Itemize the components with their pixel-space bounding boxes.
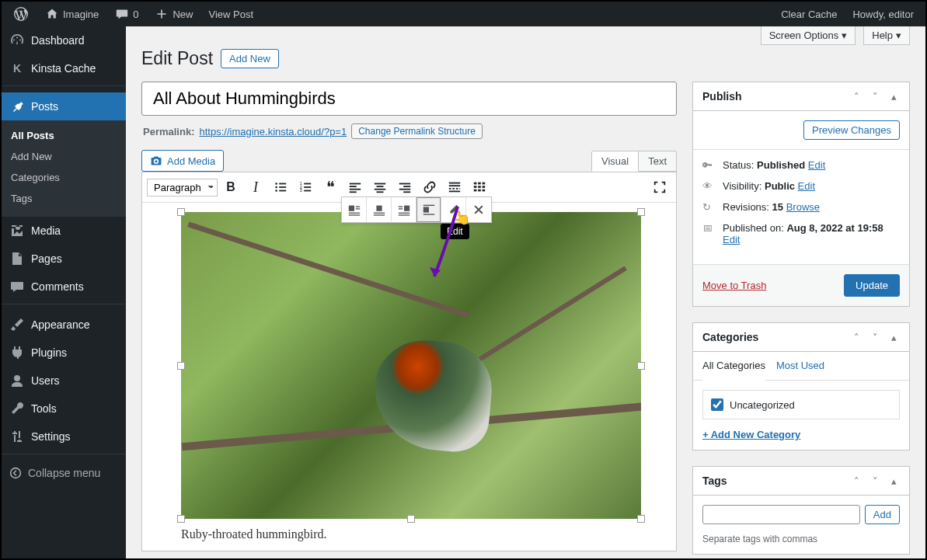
update-button[interactable]: Update — [844, 274, 900, 297]
toggle-icon[interactable]: ▴ — [887, 475, 900, 487]
resize-handle[interactable] — [177, 362, 185, 370]
sidebar-label: Plugins — [31, 346, 67, 359]
help-button[interactable]: Help ▾ — [863, 26, 910, 45]
post-image[interactable] — [181, 212, 641, 519]
add-media-button[interactable]: Add Media — [141, 150, 224, 172]
preview-changes-button[interactable]: Preview Changes — [803, 120, 900, 140]
user-icon — [9, 373, 25, 388]
sidebar-item-users[interactable]: Users — [2, 367, 126, 395]
resize-handle[interactable] — [637, 515, 645, 523]
toolbar-toggle-button[interactable] — [468, 176, 491, 199]
add-new-category-link[interactable]: + Add New Category — [702, 429, 800, 440]
fullscreen-button[interactable] — [648, 176, 671, 199]
svg-rect-52 — [423, 214, 434, 214]
move-up-icon[interactable]: ˄ — [850, 475, 863, 487]
new-content-link[interactable]: New — [148, 2, 198, 26]
svg-point-3 — [275, 186, 277, 189]
submenu-all-posts[interactable]: All Posts — [2, 125, 126, 146]
view-post-link[interactable]: View Post — [204, 2, 260, 26]
align-none-img-button[interactable] — [416, 197, 441, 222]
publish-title: Publish — [702, 90, 742, 103]
permalink-link[interactable]: https://imagine.kinsta.cloud/?p=1 — [199, 126, 347, 137]
svg-rect-39 — [355, 208, 359, 209]
sidebar-item-posts[interactable]: Posts — [2, 92, 126, 120]
align-center-button[interactable] — [368, 176, 392, 199]
move-down-icon[interactable]: ˅ — [869, 332, 881, 343]
move-down-icon[interactable]: ˅ — [869, 475, 881, 487]
tab-text[interactable]: Text — [639, 151, 677, 172]
resize-handle[interactable] — [637, 362, 645, 370]
move-up-icon[interactable]: ˄ — [850, 332, 863, 343]
sidebar-item-plugins[interactable]: Plugins — [2, 339, 126, 367]
number-list-button[interactable]: 123 — [294, 176, 317, 199]
quote-button[interactable]: ❝ — [319, 176, 342, 199]
align-right-img-button[interactable] — [392, 197, 416, 222]
move-up-icon[interactable]: ˄ — [850, 91, 863, 103]
sidebar-item-comments[interactable]: Comments — [2, 273, 126, 301]
category-checkbox[interactable] — [711, 398, 723, 411]
collapse-menu[interactable]: Collapse menu — [2, 461, 126, 485]
tab-most-used[interactable]: Most Used — [776, 352, 824, 380]
move-to-trash-link[interactable]: Move to Trash — [702, 280, 766, 291]
sidebar-item-dashboard[interactable]: Dashboard — [2, 26, 126, 54]
readmore-button[interactable] — [443, 176, 466, 199]
submenu-tags[interactable]: Tags — [2, 188, 126, 209]
italic-button[interactable]: I — [244, 176, 267, 199]
sidebar-item-tools[interactable]: Tools — [2, 395, 126, 423]
sidebar-item-settings[interactable]: Settings — [2, 423, 126, 450]
toggle-icon[interactable]: ▴ — [887, 91, 900, 103]
link-button[interactable] — [418, 176, 441, 199]
wp-logo[interactable] — [8, 2, 34, 26]
browse-revisions-link[interactable]: Browse — [786, 201, 820, 213]
revisions-icon: ↻ — [702, 201, 716, 213]
sidebar-item-kinsta[interactable]: K Kinsta Cache — [2, 54, 126, 82]
add-tag-button[interactable]: Add — [865, 505, 900, 524]
format-select[interactable]: Paragraph — [147, 179, 218, 197]
align-left-img-button[interactable] — [342, 197, 367, 222]
media-icon — [9, 223, 25, 238]
add-new-button[interactable]: Add New — [221, 49, 279, 68]
align-left-button[interactable] — [343, 176, 367, 199]
site-name-link[interactable]: Imagine — [39, 2, 104, 26]
resize-handle[interactable] — [177, 208, 185, 216]
selected-image-wrapper[interactable]: Edit 👆 — [181, 212, 641, 519]
editor-body[interactable]: Edit 👆 — [142, 203, 676, 551]
edit-date-link[interactable]: Edit — [723, 234, 740, 245]
howdy-link[interactable]: Howdy, editor — [847, 2, 919, 26]
svg-rect-26 — [449, 185, 460, 186]
align-right-button[interactable] — [393, 176, 416, 199]
camera-icon — [150, 155, 162, 167]
svg-rect-2 — [279, 183, 286, 185]
eye-icon: 👁 — [702, 180, 716, 192]
tab-visual[interactable]: Visual — [591, 151, 639, 172]
resize-handle[interactable] — [637, 208, 645, 216]
sidebar-label: Settings — [31, 430, 71, 443]
toggle-icon[interactable]: ▴ — [887, 332, 900, 343]
screen-options-button[interactable]: Screen Options ▾ — [761, 26, 856, 45]
comments-link[interactable]: 0 — [109, 2, 144, 26]
sidebar-item-media[interactable]: Media — [2, 217, 126, 245]
tags-input[interactable] — [702, 505, 860, 524]
change-permalink-button[interactable]: Change Permalink Structure — [351, 123, 483, 139]
sidebar-item-pages[interactable]: Pages — [2, 245, 126, 273]
bold-button[interactable]: B — [219, 176, 242, 199]
category-item[interactable]: Uncategorized — [711, 398, 891, 411]
resize-handle[interactable] — [407, 515, 415, 523]
clear-cache-link[interactable]: Clear Cache — [775, 2, 842, 26]
post-title-input[interactable] — [141, 82, 677, 116]
submenu-add-new[interactable]: Add New — [2, 146, 126, 167]
edit-visibility-link[interactable]: Edit — [798, 180, 815, 192]
move-down-icon[interactable]: ˅ — [869, 91, 881, 103]
view-post-label: View Post — [209, 9, 254, 20]
sidebar-label: Media — [31, 224, 61, 237]
svg-rect-19 — [375, 189, 385, 190]
submenu-categories[interactable]: Categories — [2, 167, 126, 188]
align-center-img-button[interactable] — [367, 197, 392, 222]
bullet-list-button[interactable] — [269, 176, 292, 199]
sidebar-item-appearance[interactable]: Appearance — [2, 311, 126, 339]
resize-handle[interactable] — [177, 515, 185, 523]
image-caption[interactable]: Ruby-throated hummingbird. — [181, 527, 660, 541]
tab-all-categories[interactable]: All Categories — [702, 352, 765, 381]
svg-rect-18 — [377, 186, 384, 187]
edit-status-link[interactable]: Edit — [808, 159, 825, 171]
